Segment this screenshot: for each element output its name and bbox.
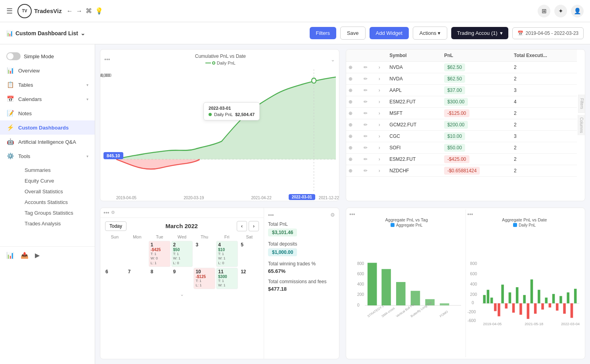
bulb-icon[interactable]: 💡 <box>95 7 103 15</box>
back-icon[interactable]: ← <box>67 8 73 15</box>
sidebar-item-custom-dashboards[interactable]: ⚡ Custom Dashboards <box>0 120 95 135</box>
col-pnl[interactable]: PnL <box>442 50 511 62</box>
chart-drag-handle[interactable]: ••• <box>104 56 110 63</box>
stats-drag-handle[interactable]: ••• <box>268 212 274 218</box>
today-button[interactable]: Today <box>105 221 126 231</box>
command-icon[interactable]: ⌘ <box>86 7 92 15</box>
symbol-cell: NVDA <box>387 73 442 85</box>
edit-icon[interactable]: ✏ <box>364 111 368 116</box>
expand-icon[interactable]: › <box>379 88 380 93</box>
user-avatar[interactable]: 👤 <box>571 5 584 17</box>
expand-icon[interactable]: › <box>379 145 380 151</box>
expand-icon[interactable]: › <box>379 99 380 105</box>
edit-icon[interactable]: ✏ <box>364 65 368 70</box>
video-icon[interactable]: ▶ <box>35 252 40 259</box>
expand-icon[interactable]: › <box>379 111 380 116</box>
edit-icon[interactable]: ✏ <box>364 133 368 139</box>
sidebar-sub-trades-analysis[interactable]: Trades Analysis <box>18 218 95 229</box>
target-icon[interactable]: ⊕ <box>349 122 352 128</box>
sidebar-sub-overall-statistics[interactable]: Overall Statistics <box>18 186 95 197</box>
sidebar-sub-accounts-statistics[interactable]: Accounts Statistics <box>18 197 95 208</box>
sidebar-item-tools[interactable]: ⚙️ Tools ▾ <box>0 149 95 163</box>
svg-rect-53 <box>574 289 577 303</box>
account-selector[interactable]: Trading Accou (1) ▾ <box>451 27 508 39</box>
chart-bottom-icon[interactable]: 📊 <box>6 252 14 259</box>
dashboard-icon: 📊 <box>6 30 13 36</box>
edit-icon[interactable]: ✏ <box>364 76 368 82</box>
chart-scroll-down[interactable]: ⌄ <box>331 57 335 63</box>
simple-mode-toggle[interactable] <box>6 52 21 60</box>
sidebar-item-tables[interactable]: 📋 Tables ▾ <box>0 78 95 92</box>
pnl-cell: $50.00 <box>442 142 511 154</box>
calendar-section: ••• ⚙ Today March 2022 ‹ › SunMonTueWedT… <box>100 208 264 359</box>
expand-icon[interactable]: › <box>379 168 380 173</box>
prev-month-button[interactable]: ‹ <box>237 221 247 231</box>
symbol-cell: GCM22.FUT <box>387 119 442 131</box>
calendar-settings[interactable]: ⚙ <box>111 210 115 215</box>
date-chart-handle[interactable]: ••• <box>467 211 473 217</box>
cal-cell-mar11[interactable]: 11 $300 T: 1W: 1 <box>216 268 238 289</box>
grid-icon[interactable]: ⊞ <box>538 5 550 17</box>
sidebar-sub-summaries[interactable]: Summaries <box>18 165 95 175</box>
date-range-picker[interactable]: 📅 2019-04-05 - 2022-03-23 <box>512 27 584 39</box>
tag-chart-handle[interactable]: ••• <box>349 211 355 217</box>
cal-cell-mar1[interactable]: 1 -$425 T: 1W: 0L: 1 <box>149 241 170 267</box>
sidebar-item-notes[interactable]: 📝 Notes <box>0 106 95 120</box>
forward-icon[interactable]: → <box>76 8 82 15</box>
target-icon[interactable]: ⊕ <box>349 133 352 139</box>
target-icon[interactable]: ⊕ <box>349 168 352 173</box>
filters-button[interactable]: Filters <box>310 27 336 39</box>
target-icon[interactable]: ⊕ <box>349 145 352 151</box>
sidebar-item-overview[interactable]: 📊 Overview <box>0 63 95 78</box>
svg-rect-36 <box>512 303 515 313</box>
filters-side-toggle[interactable]: Filters <box>578 95 585 112</box>
svg-rect-39 <box>523 295 526 303</box>
col-symbol[interactable]: Symbol <box>387 50 442 62</box>
edit-icon[interactable]: ✏ <box>364 88 368 93</box>
edit-icon[interactable]: ✏ <box>364 145 368 151</box>
tag-chart-svg: 800 600 400 200 0 <box>349 229 464 356</box>
settings-icon[interactable]: ✦ <box>554 5 567 17</box>
cal-cell-mar2[interactable]: 2 $50 T: 1W: 1L: 0 <box>171 241 193 267</box>
edit-icon[interactable]: ✏ <box>364 168 368 173</box>
pnl-date-chart: ••• Aggregate PnL vs Date Daily PnL 800 … <box>466 210 584 358</box>
target-icon[interactable]: ⊕ <box>349 76 352 82</box>
svg-rect-31 <box>494 303 496 311</box>
expand-icon[interactable]: › <box>379 133 380 139</box>
col-executions[interactable]: Total Executi... <box>511 50 577 62</box>
sidebar-item-calendars[interactable]: 📅 Calendars ▾ <box>0 92 95 106</box>
expand-icon[interactable]: › <box>379 76 380 82</box>
sidebar-item-ai[interactable]: 🤖 Artificial Intelligence Q&A <box>0 135 95 149</box>
title-chevron[interactable]: ⌄ <box>80 30 85 36</box>
actions-button[interactable]: Actions ▾ <box>413 27 448 40</box>
cal-cell-mar4[interactable]: 4 $10 T: 1W: 1L: 0 <box>216 241 238 267</box>
executions-cell: 2 <box>511 142 577 154</box>
pnl-cell: -$0.65881424 <box>442 165 511 177</box>
svg-rect-45 <box>545 297 548 303</box>
edit-icon[interactable]: ✏ <box>364 99 368 105</box>
expand-icon[interactable]: › <box>379 122 380 128</box>
target-icon[interactable]: ⊕ <box>349 99 352 105</box>
upload-icon[interactable]: 📤 <box>21 252 29 259</box>
svg-rect-38 <box>519 303 522 314</box>
target-icon[interactable]: ⊕ <box>349 88 352 93</box>
columns-toggle[interactable]: Columns <box>578 115 585 135</box>
hamburger-icon[interactable]: ☰ <box>6 7 13 15</box>
edit-icon[interactable]: ✏ <box>364 122 368 128</box>
next-month-button[interactable]: › <box>249 221 259 231</box>
sidebar-sub-tag-groups[interactable]: Tag Groups Statistics <box>18 208 95 218</box>
target-icon[interactable]: ⊕ <box>349 156 352 162</box>
edit-icon[interactable]: ✏ <box>364 156 368 162</box>
target-icon[interactable]: ⊕ <box>349 65 352 70</box>
add-widget-button[interactable]: Add Widget <box>370 27 409 39</box>
expand-icon[interactable]: › <box>379 65 380 70</box>
cal-cell-mar10[interactable]: 10 -$125 T: 1L: 1 <box>193 268 215 289</box>
expand-icon[interactable]: › <box>379 156 380 162</box>
svg-text:-600: -600 <box>467 318 476 322</box>
trades-table-scroll[interactable]: Symbol PnL Total Executi... ⊕ ✏ › NVDA $… <box>346 50 585 201</box>
sidebar-sub-equity-curve[interactable]: Equity Curve <box>18 175 95 186</box>
stats-settings-icon[interactable]: ⚙ <box>330 212 335 218</box>
save-button[interactable]: Save <box>340 27 366 40</box>
calendar-drag-handle[interactable]: ••• <box>103 210 109 216</box>
target-icon[interactable]: ⊕ <box>349 111 352 116</box>
